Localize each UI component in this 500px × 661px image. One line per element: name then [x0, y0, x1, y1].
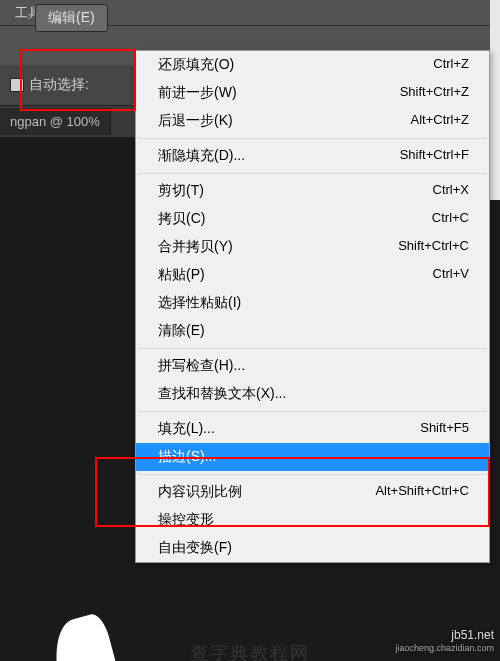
menu-item-label: 剪切(T)	[158, 182, 204, 200]
menu-item-label: 内容识别比例	[158, 483, 242, 501]
watermark-site: jb51.net	[395, 628, 494, 644]
menu-item-label: 操控变形	[158, 511, 214, 529]
menu-item-shortcut: Alt+Shift+Ctrl+C	[375, 483, 469, 501]
menu-item-label: 后退一步(K)	[158, 112, 233, 130]
menu-item-shortcut: Shift+Ctrl+F	[400, 147, 469, 165]
menu-item[interactable]: 查找和替换文本(X)...	[136, 380, 489, 408]
watermark-sub: jiaocheng.chazidian.com	[395, 643, 494, 655]
menu-item[interactable]: 还原填充(O)Ctrl+Z	[136, 51, 489, 79]
menu-item[interactable]: 描边(S)...	[136, 443, 489, 471]
menu-item-shortcut: Shift+F5	[420, 420, 469, 438]
menu-item-label: 清除(E)	[158, 322, 205, 340]
edit-menu: 还原填充(O)Ctrl+Z前进一步(W)Shift+Ctrl+Z后退一步(K)A…	[135, 50, 490, 563]
edit-button[interactable]: 编辑(E)	[35, 4, 108, 32]
menu-item-label: 还原填充(O)	[158, 56, 234, 74]
menu-item[interactable]: 前进一步(W)Shift+Ctrl+Z	[136, 79, 489, 107]
auto-select-checkbox[interactable]	[10, 78, 24, 92]
menu-item-label: 合并拷贝(Y)	[158, 238, 233, 256]
menu-item-label: 填充(L)...	[158, 420, 215, 438]
right-edge	[490, 0, 500, 200]
menu-item-shortcut: Ctrl+Z	[433, 56, 469, 74]
menu-item[interactable]: 填充(L)...Shift+F5	[136, 415, 489, 443]
menu-separator	[138, 411, 487, 412]
menu-item-label: 前进一步(W)	[158, 84, 237, 102]
menu-item-shortcut: Alt+Ctrl+Z	[410, 112, 469, 130]
menu-item-shortcut: Ctrl+X	[433, 182, 469, 200]
menu-item[interactable]: 操控变形	[136, 506, 489, 534]
menu-item-shortcut: Ctrl+C	[432, 210, 469, 228]
menu-separator	[138, 138, 487, 139]
menu-item-label: 自由变换(F)	[158, 539, 232, 557]
menu-separator	[138, 348, 487, 349]
menu-item-label: 拼写检查(H)...	[158, 357, 245, 375]
menu-item[interactable]: 粘贴(P)Ctrl+V	[136, 261, 489, 289]
menu-item[interactable]: 合并拷贝(Y)Shift+Ctrl+C	[136, 233, 489, 261]
menu-item-label: 选择性粘贴(I)	[158, 294, 241, 312]
menu-item[interactable]: 拼写检查(H)...	[136, 352, 489, 380]
menu-separator	[138, 173, 487, 174]
document-tab[interactable]: ngpan @ 100%	[0, 108, 111, 135]
menu-item-label: 拷贝(C)	[158, 210, 205, 228]
menu-item[interactable]: 后退一步(K)Alt+Ctrl+Z	[136, 107, 489, 135]
menu-item-shortcut: Ctrl+V	[433, 266, 469, 284]
menu-item[interactable]: 渐隐填充(D)...Shift+Ctrl+F	[136, 142, 489, 170]
auto-select-label: 自动选择:	[29, 76, 89, 94]
menu-item[interactable]: 清除(E)	[136, 317, 489, 345]
menu-item-label: 描边(S)...	[158, 448, 216, 466]
menu-item-label: 渐隐填充(D)...	[158, 147, 245, 165]
menu-item-shortcut: Shift+Ctrl+C	[398, 238, 469, 256]
menu-item[interactable]: 剪切(T)Ctrl+X	[136, 177, 489, 205]
menu-item[interactable]: 内容识别比例Alt+Shift+Ctrl+C	[136, 478, 489, 506]
menu-item[interactable]: 选择性粘贴(I)	[136, 289, 489, 317]
watermark: jb51.net jiaocheng.chazidian.com	[395, 628, 494, 655]
menu-item-label: 粘贴(P)	[158, 266, 205, 284]
menu-item[interactable]: 自由变换(F)	[136, 534, 489, 562]
menu-separator	[138, 474, 487, 475]
menu-item[interactable]: 拷贝(C)Ctrl+C	[136, 205, 489, 233]
menu-item-label: 查找和替换文本(X)...	[158, 385, 286, 403]
menu-item-shortcut: Shift+Ctrl+Z	[400, 84, 469, 102]
